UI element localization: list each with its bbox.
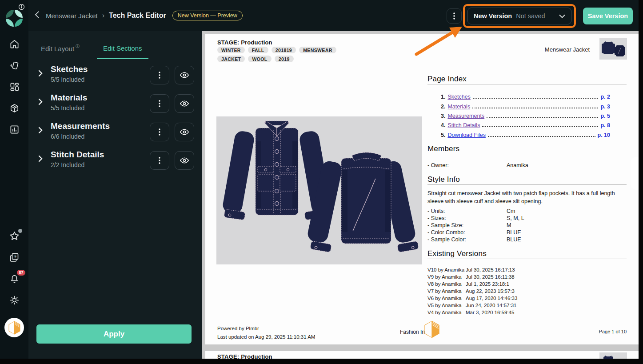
section-visibility-button[interactable]: [175, 151, 194, 170]
section-row-sketches[interactable]: Sketches 5/5 Included: [28, 63, 202, 88]
header-kebab-menu-button[interactable]: [447, 8, 462, 24]
divider: [427, 259, 627, 259]
save-version-button[interactable]: Save Version: [583, 8, 633, 24]
eye-icon: [180, 72, 189, 79]
section-row-materials[interactable]: Materials 5/5 Included: [28, 91, 202, 117]
leader-dots: [488, 132, 595, 137]
info-icon: ⓘ: [76, 44, 80, 48]
version-name: V10 by Anamika: [427, 267, 466, 272]
eye-icon: [180, 100, 189, 107]
index-number: 5.: [441, 132, 445, 138]
index-number: 3.: [441, 113, 445, 119]
back-chevron-icon[interactable]: [35, 11, 40, 21]
help-icon[interactable]: ?: [0, 252, 28, 263]
kebab-icon: [453, 12, 455, 20]
chevron-right-icon[interactable]: [38, 98, 43, 107]
style-key: - Sizes:: [427, 215, 446, 221]
section-row-stitch-details[interactable]: Stitch Details 2/2 Included: [28, 148, 202, 174]
apply-button[interactable]: Apply: [36, 324, 192, 344]
index-link-materials[interactable]: Materials: [447, 104, 470, 110]
home-icon[interactable]: [0, 39, 28, 49]
section-menu-button[interactable]: [150, 123, 169, 141]
leader-dots: [473, 94, 599, 99]
index-link-stitch-details[interactable]: Stitch Details: [447, 122, 480, 128]
favorites-icon[interactable]: [0, 231, 28, 242]
user-avatar[interactable]: [0, 318, 28, 337]
version-name: V6 by Anamika: [427, 296, 466, 301]
version-row: V8 by AnamikaJul 1, 2025 23:18:1: [427, 281, 623, 287]
index-number: 4.: [441, 122, 445, 128]
tab-edit-sections[interactable]: Edit Sections: [97, 44, 148, 59]
techpack-page-2: STAGE: Production: [205, 351, 639, 359]
style-info-title: Style Info: [427, 175, 460, 184]
tab-edit-layout-label: Edit Layout: [41, 45, 74, 52]
owner-key: - Owner:: [427, 162, 449, 168]
section-menu-button[interactable]: [150, 66, 169, 84]
product-thumbnail: [599, 352, 627, 359]
section-subtitle: 2/2 Included: [51, 161, 84, 168]
tag-pill: 2019: [275, 56, 294, 62]
version-date: Jul 1, 2025 23:18:1: [466, 281, 509, 287]
index-page-number[interactable]: p. 2: [600, 94, 610, 100]
favorites-dot-badge: [18, 229, 22, 233]
window-bottom-edge: [0, 359, 643, 364]
analytics-icon[interactable]: [0, 124, 28, 135]
dashboard-icon[interactable]: [0, 82, 28, 92]
version-dropdown-label: New Version: [474, 12, 512, 20]
preview-status-badge: New Version — Preview: [172, 11, 243, 20]
owner-value: Anamika: [507, 162, 528, 168]
index-link-sketches[interactable]: Sketches: [447, 94, 470, 100]
members-title: Members: [427, 144, 459, 153]
index-page-number[interactable]: p. 8: [600, 122, 610, 128]
page-counter: Page 1 of 10: [599, 329, 627, 334]
left-icon-rail: ? 87: [0, 0, 28, 364]
index-page-number[interactable]: p. 5: [600, 113, 610, 119]
sections-sidebar: Edit Layoutⓘ Edit Sections Sketches 5/5 …: [28, 31, 202, 359]
section-visibility-button[interactable]: [175, 123, 194, 141]
chevron-right-icon[interactable]: [38, 155, 43, 164]
version-dropdown-status: Not saved: [516, 12, 545, 20]
index-page-number[interactable]: p. 10: [598, 132, 611, 138]
divider: [427, 154, 627, 154]
app-window: ? 87: [0, 0, 643, 364]
tab-edit-layout[interactable]: Edit Layoutⓘ: [41, 44, 80, 52]
index-page-number[interactable]: p. 3: [600, 104, 610, 110]
version-name: V7 by Anamika: [427, 288, 466, 294]
chevron-right-icon[interactable]: [38, 70, 43, 79]
style-key: - Sample Color:: [427, 236, 466, 243]
section-title: Materials: [51, 93, 87, 103]
document-workspace: STAGE: Production WINTER FALL 201819 MEN…: [202, 31, 639, 359]
tag-pill: FALL: [248, 47, 268, 53]
package-icon[interactable]: [0, 103, 28, 113]
version-dropdown[interactable]: New Version Not saved: [467, 8, 571, 24]
app-logo[interactable]: [0, 10, 28, 27]
swatches-icon[interactable]: [0, 60, 28, 71]
section-menu-button[interactable]: [150, 151, 169, 170]
chevron-down-icon: [559, 12, 565, 20]
section-subtitle: 5/5 Included: [51, 76, 84, 83]
index-link-measurements[interactable]: Measurements: [447, 113, 484, 119]
breadcrumb-parent[interactable]: Menswear Jacket: [46, 12, 98, 20]
section-visibility-button[interactable]: [175, 66, 194, 84]
window-right-edge: [639, 0, 643, 364]
eye-icon: [180, 128, 189, 136]
jacket-sketch: [216, 116, 422, 264]
index-link-download-files[interactable]: Download Files: [447, 132, 485, 138]
version-row: V9 by AnamikaJul 30, 2025 16:11:38: [427, 274, 623, 280]
version-date: Mar 3, 2020 16:59:45: [466, 310, 514, 315]
section-menu-button[interactable]: [150, 94, 169, 113]
version-date: Aug 17, 2020 14:46:33: [466, 296, 517, 301]
section-row-measurements[interactable]: Measurements 6/6 Included: [28, 120, 202, 145]
style-value: BLUE: [507, 229, 521, 236]
stage-label: STAGE: Production: [217, 39, 272, 46]
rail-info-icon[interactable]: [0, 4, 28, 10]
kebab-icon: [159, 128, 160, 136]
style-value: Cm: [507, 208, 515, 214]
settings-gear-icon[interactable]: [0, 295, 28, 305]
fashion-inc-logo-icon: [424, 320, 440, 338]
divider: [427, 184, 627, 185]
tag-pill: WOOL: [248, 56, 271, 62]
notifications-icon[interactable]: 87: [0, 274, 28, 284]
chevron-right-icon[interactable]: [38, 127, 43, 136]
section-visibility-button[interactable]: [175, 94, 194, 113]
